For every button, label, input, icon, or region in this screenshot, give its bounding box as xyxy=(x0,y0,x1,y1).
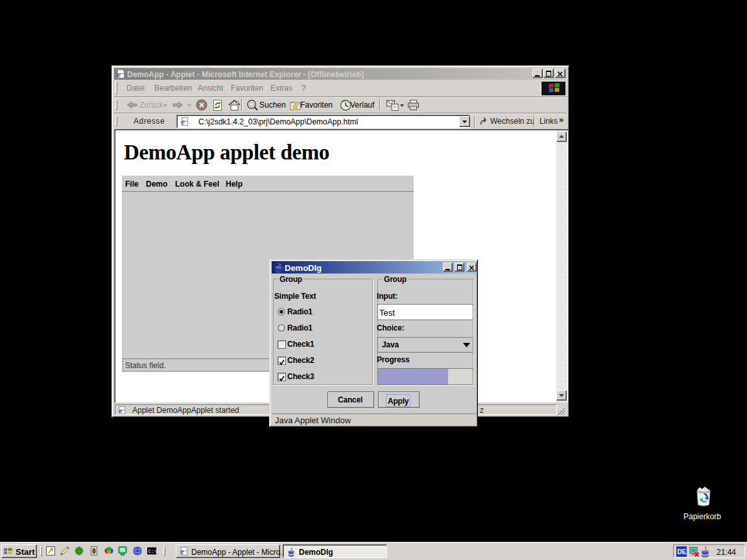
svg-text:C:\: C:\ xyxy=(148,549,158,554)
